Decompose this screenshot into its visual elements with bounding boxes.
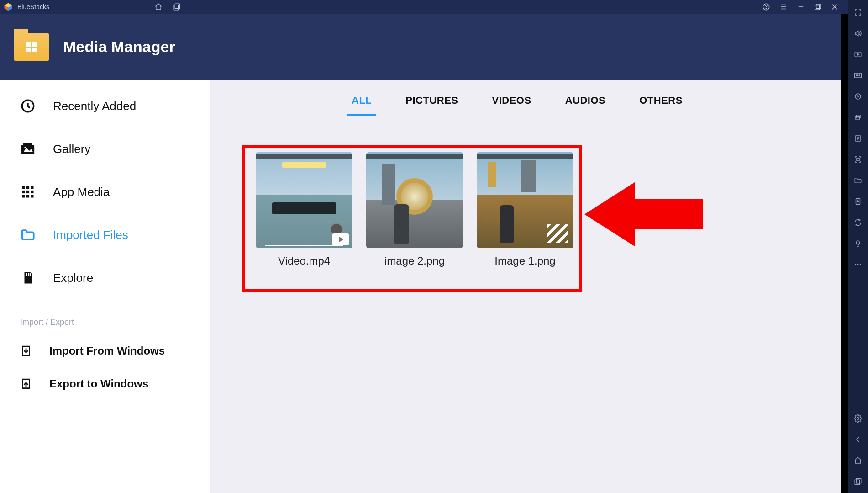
svg-rect-26 [30, 273, 31, 276]
tab-pictures[interactable]: PICTURES [401, 91, 463, 116]
bluestacks-side-toolbar [848, 0, 868, 493]
media-manager-folder-icon [14, 33, 49, 61]
svg-rect-21 [22, 195, 25, 197]
apps-grid-icon [20, 184, 36, 200]
back-icon[interactable] [853, 435, 863, 445]
sidebar-item-label: Explore [53, 271, 93, 285]
file-thumbnail [477, 152, 573, 248]
svg-point-40 [857, 264, 859, 265]
file-grid: Video.mp4 image 2.png Image 1.png [256, 152, 850, 267]
more-icon[interactable] [853, 260, 863, 270]
sidebar-action-import[interactable]: Import From Windows [0, 334, 210, 367]
sidebar-action-label: Import From Windows [49, 345, 165, 357]
import-icon [20, 345, 32, 357]
folder-icon [20, 227, 36, 243]
svg-rect-43 [856, 478, 861, 483]
tip-icon[interactable] [853, 239, 863, 249]
macro-icon[interactable] [853, 133, 863, 143]
tab-videos[interactable]: VIDEOS [488, 91, 536, 116]
sidebar-item-label: Recently Added [53, 99, 136, 113]
svg-point-30 [856, 75, 857, 76]
svg-rect-15 [22, 186, 25, 189]
screenshot-icon[interactable] [853, 154, 863, 164]
sync-icon[interactable] [853, 91, 863, 101]
titlebar: BlueStacks [0, 0, 868, 14]
svg-rect-5 [174, 5, 179, 10]
svg-rect-37 [857, 158, 859, 161]
game-controls-icon[interactable] [853, 70, 863, 80]
svg-rect-25 [28, 273, 29, 276]
settings-icon[interactable] [853, 413, 863, 424]
maximize-icon[interactable] [814, 3, 821, 11]
svg-point-7 [766, 8, 766, 9]
sidebar-action-export[interactable]: Export to Windows [0, 367, 210, 400]
svg-rect-18 [22, 191, 25, 193]
workspace: Recently Added Gallery App Media Importe… [0, 80, 868, 493]
svg-rect-44 [855, 480, 860, 485]
android-home-icon[interactable] [853, 456, 863, 466]
app-header: Media Manager [0, 14, 868, 80]
sidebar-item-app-media[interactable]: App Media [0, 170, 210, 213]
sidebar: Recently Added Gallery App Media Importe… [0, 80, 210, 493]
tab-others[interactable]: OTHERS [635, 91, 687, 116]
clock-icon [20, 98, 36, 114]
bluestacks-logo-icon [4, 2, 13, 11]
sidebar-item-gallery[interactable]: Gallery [0, 127, 210, 170]
page-title: Media Manager [63, 38, 175, 56]
svg-rect-19 [26, 191, 29, 193]
rotate-icon[interactable] [853, 217, 863, 228]
svg-rect-24 [26, 273, 27, 276]
svg-rect-16 [26, 186, 29, 189]
sidebar-item-imported-files[interactable]: Imported Files [0, 213, 210, 256]
svg-point-42 [857, 418, 859, 420]
app-name: BlueStacks [17, 3, 49, 11]
svg-rect-23 [31, 195, 33, 197]
svg-rect-14 [23, 143, 32, 145]
svg-point-41 [860, 264, 861, 265]
multi-instance-icon[interactable] [853, 112, 863, 122]
file-name: image 2.png [384, 254, 445, 267]
svg-rect-9 [815, 5, 819, 10]
tab-all[interactable]: ALL [347, 91, 376, 116]
sidebar-item-recently-added[interactable]: Recently Added [0, 85, 210, 127]
file-item[interactable]: Image 1.png [477, 152, 573, 267]
emulator-frame-border [841, 14, 848, 493]
file-name: Video.mp4 [278, 254, 330, 267]
svg-rect-17 [31, 186, 33, 189]
sidebar-action-label: Export to Windows [49, 377, 148, 390]
svg-rect-22 [26, 195, 29, 197]
home-icon[interactable] [154, 3, 163, 11]
export-icon [20, 378, 32, 390]
volume-icon[interactable] [853, 28, 863, 38]
svg-point-13 [24, 147, 26, 148]
filter-tabs: ALL PICTURES VIDEOS AUDIOS OTHERS [228, 91, 850, 116]
keymap-icon[interactable] [853, 49, 863, 59]
help-icon[interactable] [762, 3, 770, 11]
multi-window-icon[interactable] [173, 3, 181, 11]
content-area: ALL PICTURES VIDEOS AUDIOS OTHERS Video.… [210, 80, 868, 493]
gallery-icon [20, 141, 36, 157]
media-folder-icon[interactable] [853, 175, 863, 186]
close-icon[interactable] [831, 3, 839, 11]
install-apk-icon[interactable] [853, 196, 863, 207]
svg-rect-34 [855, 116, 859, 119]
sidebar-item-label: Gallery [53, 142, 90, 156]
hamburger-menu-icon[interactable] [779, 3, 788, 11]
fullscreen-icon[interactable] [853, 7, 863, 17]
file-item[interactable]: Video.mp4 [256, 152, 352, 267]
sidebar-item-label: Imported Files [53, 228, 128, 242]
sidebar-item-explore[interactable]: Explore [0, 256, 210, 299]
sidebar-item-label: App Media [53, 185, 110, 199]
file-name: Image 1.png [494, 254, 555, 267]
file-thumbnail [256, 152, 352, 248]
svg-rect-8 [816, 4, 821, 8]
sd-card-icon [20, 270, 36, 286]
svg-rect-20 [31, 191, 33, 193]
svg-point-32 [859, 75, 860, 76]
tab-audios[interactable]: AUDIOS [561, 91, 610, 116]
file-item[interactable]: image 2.png [366, 152, 463, 267]
svg-rect-4 [175, 4, 180, 9]
minimize-icon[interactable] [797, 3, 805, 11]
svg-point-31 [857, 75, 858, 76]
recents-icon[interactable] [853, 477, 863, 487]
